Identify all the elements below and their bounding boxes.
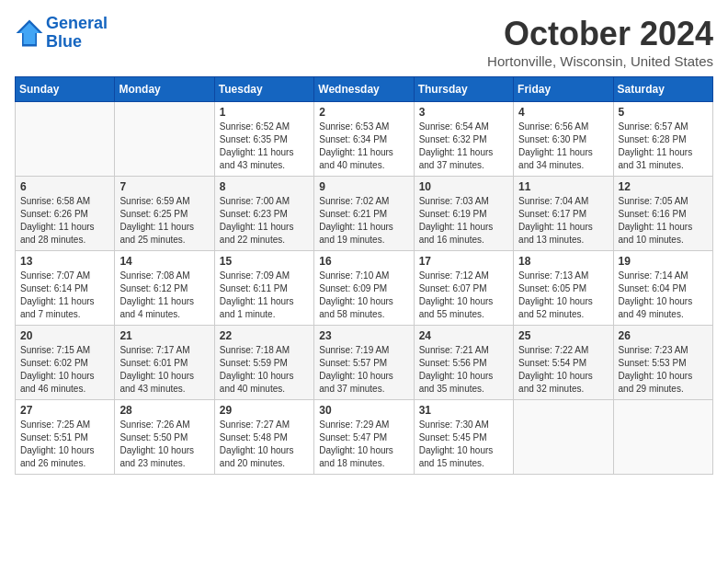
calendar-cell: 4Sunrise: 6:56 AM Sunset: 6:30 PM Daylig…: [514, 102, 613, 177]
page-header: General Blue October 2024 Hortonville, W…: [15, 15, 713, 69]
column-header-monday: Monday: [115, 77, 214, 102]
calendar-cell: 15Sunrise: 7:09 AM Sunset: 6:11 PM Dayli…: [214, 251, 313, 326]
location: Hortonville, Wisconsin, United States: [487, 53, 713, 69]
column-header-saturday: Saturday: [613, 77, 712, 102]
calendar-table: SundayMondayTuesdayWednesdayThursdayFrid…: [15, 76, 713, 475]
calendar-cell: 10Sunrise: 7:03 AM Sunset: 6:19 PM Dayli…: [414, 177, 513, 251]
day-number: 14: [119, 255, 209, 268]
day-content: Sunrise: 7:27 AM Sunset: 5:48 PM Dayligh…: [220, 419, 309, 470]
day-content: Sunrise: 7:29 AM Sunset: 5:47 PM Dayligh…: [319, 419, 408, 470]
day-content: Sunrise: 7:10 AM Sunset: 6:09 PM Dayligh…: [319, 270, 408, 321]
calendar-cell: 26Sunrise: 7:23 AM Sunset: 5:53 PM Dayli…: [613, 326, 712, 400]
day-number: 12: [619, 180, 708, 193]
day-number: 10: [419, 180, 508, 193]
day-number: 29: [220, 404, 309, 417]
column-header-thursday: Thursday: [414, 77, 513, 102]
logo: General Blue: [15, 15, 108, 52]
header-row: SundayMondayTuesdayWednesdayThursdayFrid…: [16, 77, 713, 102]
day-number: 19: [619, 255, 708, 268]
day-content: Sunrise: 6:52 AM Sunset: 6:35 PM Dayligh…: [220, 121, 309, 172]
calendar-cell: 20Sunrise: 7:15 AM Sunset: 6:02 PM Dayli…: [16, 326, 115, 400]
calendar-cell: 9Sunrise: 7:02 AM Sunset: 6:21 PM Daylig…: [314, 177, 414, 251]
day-content: Sunrise: 7:23 AM Sunset: 5:53 PM Dayligh…: [619, 344, 708, 396]
calendar-cell: 1Sunrise: 6:52 AM Sunset: 6:35 PM Daylig…: [214, 102, 313, 177]
day-number: 6: [20, 180, 109, 193]
week-row-3: 13Sunrise: 7:07 AM Sunset: 6:14 PM Dayli…: [16, 251, 713, 326]
calendar-cell: 30Sunrise: 7:29 AM Sunset: 5:47 PM Dayli…: [314, 400, 414, 475]
day-content: Sunrise: 7:02 AM Sunset: 6:21 PM Dayligh…: [319, 195, 408, 247]
calendar-cell: 5Sunrise: 6:57 AM Sunset: 6:28 PM Daylig…: [613, 102, 712, 177]
column-header-wednesday: Wednesday: [314, 77, 414, 102]
day-number: 2: [319, 106, 408, 119]
day-number: 15: [220, 255, 309, 268]
day-content: Sunrise: 7:09 AM Sunset: 6:11 PM Dayligh…: [220, 270, 309, 321]
day-number: 31: [419, 404, 508, 417]
day-content: Sunrise: 7:15 AM Sunset: 6:02 PM Dayligh…: [20, 344, 109, 396]
day-content: Sunrise: 7:17 AM Sunset: 6:01 PM Dayligh…: [119, 344, 209, 396]
calendar-cell: 24Sunrise: 7:21 AM Sunset: 5:56 PM Dayli…: [414, 326, 513, 400]
day-number: 23: [319, 329, 408, 342]
week-row-5: 27Sunrise: 7:25 AM Sunset: 5:51 PM Dayli…: [16, 400, 713, 475]
day-content: Sunrise: 6:57 AM Sunset: 6:28 PM Dayligh…: [619, 121, 708, 172]
logo-line2: Blue: [46, 32, 82, 51]
day-content: Sunrise: 6:56 AM Sunset: 6:30 PM Dayligh…: [518, 121, 608, 172]
calendar-cell: 21Sunrise: 7:17 AM Sunset: 6:01 PM Dayli…: [115, 326, 214, 400]
calendar-cell: 13Sunrise: 7:07 AM Sunset: 6:14 PM Dayli…: [16, 251, 115, 326]
calendar-cell: 7Sunrise: 6:59 AM Sunset: 6:25 PM Daylig…: [115, 177, 214, 251]
column-header-friday: Friday: [514, 77, 613, 102]
day-number: 17: [419, 255, 508, 268]
day-content: Sunrise: 7:18 AM Sunset: 5:59 PM Dayligh…: [220, 344, 309, 396]
day-content: Sunrise: 7:05 AM Sunset: 6:16 PM Dayligh…: [619, 195, 708, 247]
calendar-cell: 18Sunrise: 7:13 AM Sunset: 6:05 PM Dayli…: [514, 251, 613, 326]
calendar-cell: 16Sunrise: 7:10 AM Sunset: 6:09 PM Dayli…: [314, 251, 414, 326]
day-content: Sunrise: 6:58 AM Sunset: 6:26 PM Dayligh…: [20, 195, 109, 247]
day-number: 18: [518, 255, 608, 268]
day-content: Sunrise: 7:12 AM Sunset: 6:07 PM Dayligh…: [419, 270, 508, 321]
calendar-cell: 8Sunrise: 7:00 AM Sunset: 6:23 PM Daylig…: [214, 177, 313, 251]
calendar-cell: 17Sunrise: 7:12 AM Sunset: 6:07 PM Dayli…: [414, 251, 513, 326]
calendar-cell: [613, 400, 712, 475]
day-content: Sunrise: 7:26 AM Sunset: 5:50 PM Dayligh…: [119, 419, 209, 470]
week-row-4: 20Sunrise: 7:15 AM Sunset: 6:02 PM Dayli…: [16, 326, 713, 400]
day-number: 16: [319, 255, 408, 268]
calendar-cell: 22Sunrise: 7:18 AM Sunset: 5:59 PM Dayli…: [214, 326, 313, 400]
month-title: October 2024: [487, 15, 713, 53]
calendar-cell: 27Sunrise: 7:25 AM Sunset: 5:51 PM Dayli…: [16, 400, 115, 475]
day-number: 21: [119, 329, 209, 342]
calendar-cell: [115, 102, 214, 177]
day-number: 3: [419, 106, 508, 119]
calendar-cell: 23Sunrise: 7:19 AM Sunset: 5:57 PM Dayli…: [314, 326, 414, 400]
column-header-sunday: Sunday: [16, 77, 115, 102]
day-number: 13: [20, 255, 109, 268]
day-content: Sunrise: 7:00 AM Sunset: 6:23 PM Dayligh…: [220, 195, 309, 247]
day-content: Sunrise: 7:19 AM Sunset: 5:57 PM Dayligh…: [319, 344, 408, 396]
day-content: Sunrise: 7:21 AM Sunset: 5:56 PM Dayligh…: [419, 344, 508, 396]
logo-line1: General: [46, 14, 108, 32]
day-content: Sunrise: 7:13 AM Sunset: 6:05 PM Dayligh…: [518, 270, 608, 321]
day-number: 8: [220, 180, 309, 193]
day-number: 27: [20, 404, 109, 417]
day-number: 5: [619, 106, 708, 119]
calendar-cell: [16, 102, 115, 177]
logo-icon: [15, 18, 44, 48]
title-block: October 2024 Hortonville, Wisconsin, Uni…: [487, 15, 713, 69]
day-number: 1: [220, 106, 309, 119]
day-content: Sunrise: 7:25 AM Sunset: 5:51 PM Dayligh…: [20, 419, 109, 470]
week-row-1: 1Sunrise: 6:52 AM Sunset: 6:35 PM Daylig…: [16, 102, 713, 177]
logo-text: General Blue: [46, 15, 108, 52]
calendar-cell: 2Sunrise: 6:53 AM Sunset: 6:34 PM Daylig…: [314, 102, 414, 177]
day-content: Sunrise: 7:14 AM Sunset: 6:04 PM Dayligh…: [619, 270, 708, 321]
day-number: 26: [619, 329, 708, 342]
calendar-cell: 11Sunrise: 7:04 AM Sunset: 6:17 PM Dayli…: [514, 177, 613, 251]
day-number: 25: [518, 329, 608, 342]
day-number: 11: [518, 180, 608, 193]
calendar-cell: 28Sunrise: 7:26 AM Sunset: 5:50 PM Dayli…: [115, 400, 214, 475]
day-content: Sunrise: 7:04 AM Sunset: 6:17 PM Dayligh…: [518, 195, 608, 247]
calendar-cell: 3Sunrise: 6:54 AM Sunset: 6:32 PM Daylig…: [414, 102, 513, 177]
day-content: Sunrise: 6:54 AM Sunset: 6:32 PM Dayligh…: [419, 121, 508, 172]
calendar-cell: 6Sunrise: 6:58 AM Sunset: 6:26 PM Daylig…: [16, 177, 115, 251]
calendar-cell: 19Sunrise: 7:14 AM Sunset: 6:04 PM Dayli…: [613, 251, 712, 326]
day-number: 24: [419, 329, 508, 342]
day-number: 4: [518, 106, 608, 119]
day-number: 22: [220, 329, 309, 342]
